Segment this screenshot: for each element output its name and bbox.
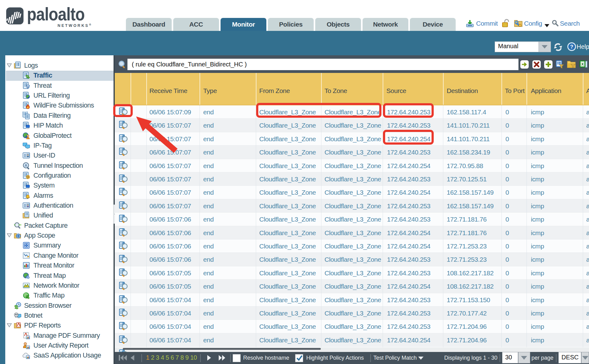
svg-text:x: x	[27, 85, 29, 88]
svg-text:?: ?	[570, 44, 573, 49]
svg-text:x: x	[28, 276, 29, 279]
svg-text:X: X	[581, 62, 584, 66]
